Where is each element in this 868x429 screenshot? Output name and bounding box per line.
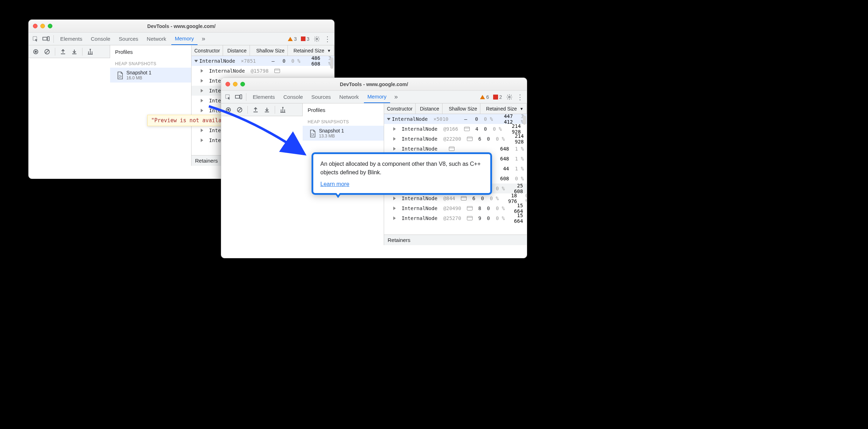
object-id: @9166 [443, 126, 458, 132]
distance-val: – [259, 58, 278, 64]
col-shallow[interactable]: Shallow Size [442, 103, 480, 114]
col-distance[interactable]: Distance [223, 45, 250, 56]
more-tabs-icon[interactable]: » [392, 92, 401, 102]
svg-rect-2 [47, 36, 49, 41]
retained-val: 486 608 [306, 56, 320, 67]
expand-icon[interactable] [194, 60, 198, 62]
more-tabs-icon[interactable]: » [199, 34, 208, 44]
snapshot-item[interactable]: Snapshot 1 16.0 MB [110, 68, 191, 83]
col-distance[interactable]: Distance [416, 103, 442, 114]
chevron-down-icon: ▼ [520, 107, 524, 111]
shallow-val: 0 [481, 196, 484, 201]
kebab-icon[interactable]: ⋮ [515, 92, 525, 102]
instance-row[interactable]: InternalNode @844 600 %18 9760 % [384, 193, 527, 203]
save-button[interactable] [70, 47, 79, 56]
constructor-name: InternalNode [401, 126, 437, 132]
distance-val: 6 [475, 136, 484, 142]
distance-val: 8 [475, 205, 484, 211]
constructor-name: InternalNode [401, 196, 437, 201]
tab-elements[interactable]: Elements [57, 33, 86, 45]
shallow-pct: 0 % [487, 196, 499, 201]
object-id: @15798 [251, 68, 269, 74]
settings-icon[interactable] [505, 92, 514, 102]
constructor-group-row[interactable]: InternalNode ×7851 – 00 % 486 6083 % [192, 56, 334, 66]
expand-icon[interactable] [393, 147, 396, 151]
tab-sources[interactable]: Sources [115, 33, 142, 45]
titlebar[interactable]: DevTools - www.google.com/ [29, 20, 334, 33]
tab-network[interactable]: Network [143, 33, 170, 45]
expand-icon[interactable] [201, 79, 203, 83]
inspect-icon[interactable] [31, 34, 40, 44]
element-icon [467, 216, 473, 220]
svg-point-12 [509, 96, 510, 98]
retained-pct: 1 % [512, 166, 524, 171]
titlebar[interactable]: DevTools - www.google.com/ [221, 78, 527, 91]
device-icon[interactable] [41, 34, 51, 44]
col-retained[interactable]: Retained Size▼ [288, 45, 334, 56]
clear-button[interactable] [43, 47, 51, 56]
separator [53, 35, 54, 43]
element-icon [461, 196, 467, 201]
col-shallow[interactable]: Shallow Size [250, 45, 288, 56]
instance-row[interactable]: InternalNode @9166 400 %214 9282 % [384, 124, 527, 134]
retained-pct: 1 % [512, 156, 524, 162]
chevron-down-icon: ▼ [327, 49, 331, 53]
instance-row[interactable]: InternalNode @22200 600 %214 9282 % [384, 134, 527, 144]
learn-more-link[interactable]: Learn more [320, 181, 349, 187]
col-retained[interactable]: Retained Size▼ [480, 103, 527, 114]
constructor-name: InternalNode [401, 215, 437, 221]
table-header: Constructor Distance Shallow Size Retain… [192, 45, 334, 56]
retained-val: 214 928 [510, 133, 524, 145]
tab-network[interactable]: Network [336, 91, 362, 103]
object-id: @25270 [443, 215, 461, 221]
expand-icon[interactable] [393, 127, 396, 131]
kebab-icon[interactable]: ⋮ [323, 34, 332, 44]
instance-row[interactable]: InternalNode @15798 [192, 66, 334, 76]
shallow-pct: 0 % [493, 186, 505, 191]
retained-val: 44 [503, 166, 509, 171]
expand-icon[interactable] [387, 118, 390, 120]
tabbar: Elements Console Sources Network Memory … [29, 33, 334, 45]
snapshot-name: Snapshot 1 [126, 70, 152, 75]
errors-badge[interactable]: 3 [299, 36, 311, 42]
shallow-pct: 0 % [493, 136, 505, 142]
instance-row[interactable]: InternalNode @20490 800 %15 6640 % [384, 203, 527, 213]
expand-icon[interactable] [393, 216, 396, 220]
retained-val: 608 [500, 176, 509, 181]
gc-button[interactable] [86, 47, 95, 56]
snapshot-icon [116, 72, 124, 79]
errors-badge[interactable]: 2 [492, 94, 503, 100]
record-button[interactable] [32, 47, 40, 56]
scrollbar[interactable] [330, 57, 333, 69]
constructor-name: InternalNode [401, 136, 437, 142]
settings-icon[interactable] [312, 34, 321, 44]
shallow-pct: 0 % [288, 58, 300, 64]
constructor-group-row[interactable]: InternalNode ×5010 – 00 % 447 4123 % [384, 114, 527, 124]
instance-row[interactable]: InternalNode @25270 900 %15 6640 % [384, 213, 527, 223]
warning-icon [480, 95, 485, 99]
warnings-badge[interactable]: 3 [286, 36, 298, 42]
load-button[interactable] [59, 47, 67, 56]
sidebar: Profiles HEAP SNAPSHOTS Snapshot 1 16.0 … [110, 45, 192, 166]
shallow-val: 0 [282, 58, 285, 64]
expand-icon[interactable] [201, 89, 203, 92]
tab-memory[interactable]: Memory [171, 33, 198, 45]
snapshot-size: 16.0 MB [126, 75, 152, 80]
expand-icon[interactable] [201, 69, 203, 73]
scrollbar[interactable] [523, 115, 526, 125]
svg-point-3 [316, 38, 318, 40]
expand-icon[interactable] [393, 137, 396, 141]
retainers-panel-header[interactable]: Retainers [384, 235, 527, 245]
svg-point-8 [119, 75, 121, 78]
separator [55, 48, 55, 56]
constructor-name: InternalNode [401, 205, 437, 211]
tab-memory[interactable]: Memory [364, 91, 390, 103]
expand-icon[interactable] [393, 197, 396, 200]
tab-console[interactable]: Console [87, 33, 114, 45]
col-constructor[interactable]: Constructor [192, 45, 223, 56]
shallow-pct: 0 % [481, 116, 493, 122]
col-constructor[interactable]: Constructor [384, 103, 416, 114]
distance-val: 6 [469, 196, 478, 201]
warnings-badge[interactable]: 6 [479, 94, 490, 100]
expand-icon[interactable] [393, 207, 396, 210]
